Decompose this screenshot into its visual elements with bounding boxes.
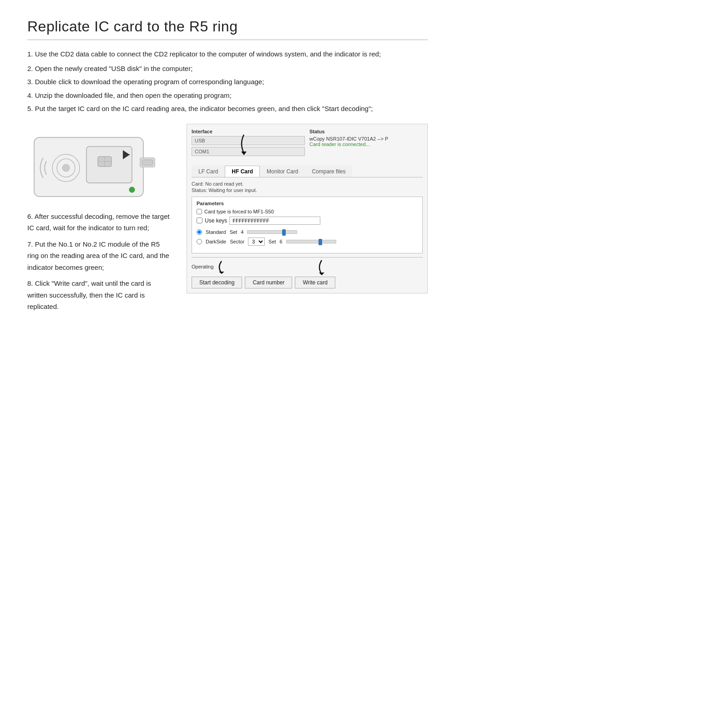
right-column: Interface Status wCopy NSR107-IDIC V701A… xyxy=(187,124,428,293)
use-keys-label: Use keys xyxy=(205,217,227,224)
standard-label: Standard xyxy=(206,229,226,235)
interface-status-row: Interface Status wCopy NSR107-IDIC V701A… xyxy=(192,129,423,156)
content-area: 6. After successful decoding, remove the… xyxy=(27,124,428,314)
operating-arrow xyxy=(215,260,228,274)
step-7: 7. Put the No.1 or No.2 IC module of the… xyxy=(27,238,173,273)
write-card-container: Write card xyxy=(295,277,335,288)
radio-rows: Standard Set 4 DarkSide Sector 3 xyxy=(197,229,418,246)
card-status-text: Card: No card read yet. xyxy=(192,181,423,187)
buttons-row: Start decoding Card number Write card xyxy=(192,277,423,288)
step-2: 2. Open the newly created "USB disk" in … xyxy=(27,63,428,75)
checkbox-use-keys[interactable] xyxy=(197,217,202,223)
sector-select[interactable]: 3 0 1 2 xyxy=(248,238,265,246)
operating-section: Operating Start decoding Card number Wri… xyxy=(192,257,423,288)
radio-standard[interactable] xyxy=(197,229,202,235)
standard-slider-thumb xyxy=(282,229,286,236)
darkside-slider-thumb xyxy=(318,239,322,245)
darkside-row: DarkSide Sector 3 0 1 2 Set 6 xyxy=(197,238,418,246)
step-8: 8. Click "Write card", wait until the ca… xyxy=(27,278,173,313)
checkbox-mf1s50[interactable] xyxy=(197,209,202,214)
step-5: 5. Put the target IC card on the IC card… xyxy=(27,103,428,115)
svg-point-12 xyxy=(129,187,135,192)
version-text: wCopy NSR107-IDIC V701A2 --> P xyxy=(309,136,391,142)
step-4: 4. Unzip the downloaded file, and then o… xyxy=(27,90,428,101)
darkside-label: DarkSide xyxy=(206,239,226,244)
step-1: 1. Use the CD2 data cable to connect the… xyxy=(27,48,428,60)
set-value-1: 4 xyxy=(241,229,243,235)
standard-slider-track[interactable] xyxy=(247,230,297,234)
com1-input[interactable] xyxy=(192,147,305,156)
darkside-slider-track[interactable] xyxy=(286,240,336,243)
write-card-button[interactable]: Write card xyxy=(295,277,335,288)
sector-label: Sector xyxy=(230,239,244,244)
waiting-status-text: Status: Waiting for user input. xyxy=(192,187,423,193)
svg-marker-15 xyxy=(319,273,324,275)
connected-text: Card reader is connected... xyxy=(309,142,423,147)
tab-lf-card[interactable]: LF Card xyxy=(192,166,225,177)
svg-marker-14 xyxy=(219,272,224,274)
set-label-1: Set xyxy=(230,229,238,235)
set-label-2: Set xyxy=(268,239,276,244)
left-column: 6. After successful decoding, remove the… xyxy=(27,124,173,314)
parameters-section: Parameters Card type is forced to MF1-S5… xyxy=(192,197,423,253)
svg-point-5 xyxy=(62,164,70,172)
checkbox-mf1s50-label: Card type is forced to MF1-S50 xyxy=(204,209,274,214)
interface-label: Interface xyxy=(192,129,305,134)
radio-darkside[interactable] xyxy=(197,239,202,244)
use-keys-row: Use keys xyxy=(197,217,418,225)
step-3: 3. Double click to download the operatin… xyxy=(27,76,428,88)
start-decoding-button[interactable]: Start decoding xyxy=(192,277,242,288)
title-divider xyxy=(27,40,428,40)
software-panel: Interface Status wCopy NSR107-IDIC V701A… xyxy=(187,124,428,293)
usb-input[interactable] xyxy=(192,136,305,145)
tab-hf-card[interactable]: HF Card xyxy=(225,166,260,177)
set-value-2: 6 xyxy=(280,239,283,244)
tabs-row: LF Card HF Card Monitor Card Compare fil… xyxy=(192,166,423,177)
status-col: Status wCopy NSR107-IDIC V701A2 --> P Ca… xyxy=(309,129,423,147)
svg-rect-2 xyxy=(142,160,153,165)
checkbox-mf1s50-row: Card type is forced to MF1-S50 xyxy=(197,209,418,214)
status-label: Status xyxy=(309,129,423,134)
tab-monitor-card[interactable]: Monitor Card xyxy=(260,166,305,177)
card-number-button[interactable]: Card number xyxy=(245,277,292,288)
standard-row: Standard Set 4 xyxy=(197,229,418,235)
write-card-arrow xyxy=(315,259,329,275)
params-title: Parameters xyxy=(197,201,418,206)
interface-col: Interface xyxy=(192,129,305,156)
page-title: Replicate IC card to the R5 ring xyxy=(27,18,428,35)
keys-input[interactable] xyxy=(229,217,320,225)
tab-compare-files[interactable]: Compare files xyxy=(305,166,352,177)
step-6: 6. After successful decoding, remove the… xyxy=(27,211,173,234)
operating-label: Operating xyxy=(192,260,423,274)
device-illustration xyxy=(27,124,159,201)
